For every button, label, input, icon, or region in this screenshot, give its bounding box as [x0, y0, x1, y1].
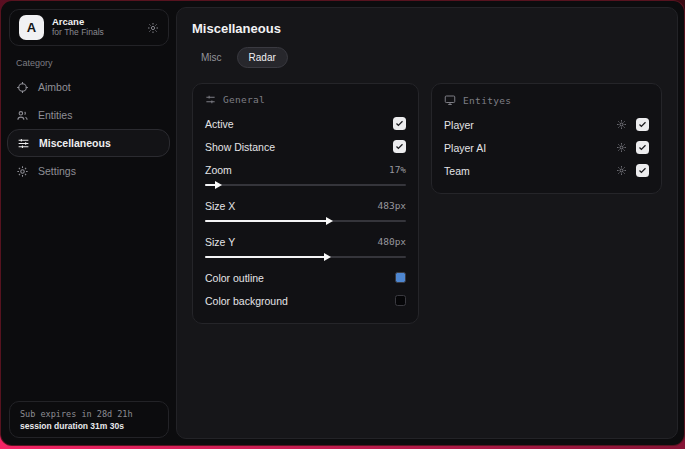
sidebar-item-miscellaneous[interactable]: Miscellaneous: [7, 129, 170, 157]
entity-row-team: Team: [444, 159, 649, 182]
zoom-value: 17%: [389, 164, 406, 175]
entities-icon: [16, 109, 29, 122]
zoom-slider[interactable]: [205, 181, 406, 189]
sidebar-item-label: Miscellaneous: [39, 137, 111, 149]
sliders-mini-icon: [205, 94, 216, 105]
active-checkbox[interactable]: [393, 117, 406, 130]
setting-row-zoom: Zoom 17%: [205, 158, 406, 181]
sidebar-item-settings[interactable]: Settings: [7, 157, 170, 185]
app-window: A Arcane for The Finals Category Aimbot: [0, 0, 685, 446]
setting-row-size-y: Size Y 480px: [205, 230, 406, 253]
show-distance-checkbox[interactable]: [393, 140, 406, 153]
page-title: Miscellaneous: [192, 21, 662, 36]
slider-thumb[interactable]: [326, 217, 333, 225]
color-background-swatch[interactable]: [395, 295, 406, 306]
slider-thumb[interactable]: [324, 253, 331, 261]
monitor-icon: [444, 94, 456, 106]
sidebar-item-label: Settings: [38, 165, 76, 177]
main-panel: Miscellaneous Misc Radar General Active: [176, 7, 678, 439]
setting-row-show-distance: Show Distance: [205, 135, 406, 158]
crosshair-icon: [16, 81, 29, 94]
gear-icon[interactable]: [616, 119, 627, 130]
app-subtitle: for The Finals: [52, 28, 139, 38]
gear-icon[interactable]: [616, 165, 627, 176]
card-title: General: [223, 94, 265, 105]
session-duration-text: session duration 31m 30s: [20, 421, 158, 431]
player-checkbox[interactable]: [636, 118, 649, 131]
size-x-slider[interactable]: [205, 217, 406, 225]
sliders-icon: [17, 137, 30, 150]
sidebar-nav: Aimbot Entities Miscellaneous Settings: [1, 73, 176, 185]
setting-row-active: Active: [205, 112, 406, 135]
sidebar-item-aimbot[interactable]: Aimbot: [7, 73, 170, 101]
general-card: General Active Show Distance Zoom: [192, 83, 419, 324]
setting-row-size-x: Size X 483px: [205, 194, 406, 217]
entities-card: Entityes Player Player AI: [431, 83, 662, 194]
setting-row-color-outline: Color outline: [205, 266, 406, 289]
tab-radar[interactable]: Radar: [237, 47, 288, 68]
size-y-slider[interactable]: [205, 253, 406, 261]
sidebar-item-entities[interactable]: Entities: [7, 101, 170, 129]
sub-expires-text: Sub expires in 28d 21h: [20, 409, 158, 419]
sidebar: A Arcane for The Finals Category Aimbot: [1, 1, 176, 445]
team-checkbox[interactable]: [636, 164, 649, 177]
size-y-value: 480px: [377, 236, 406, 247]
app-logo: A: [19, 15, 44, 40]
tab-misc[interactable]: Misc: [192, 47, 231, 68]
entity-row-player: Player: [444, 113, 649, 136]
slider-thumb[interactable]: [215, 181, 222, 189]
gear-icon[interactable]: [147, 22, 159, 34]
sidebar-item-label: Aimbot: [38, 81, 71, 93]
sidebar-item-label: Entities: [38, 109, 72, 121]
setting-row-color-background: Color background: [205, 289, 406, 312]
gear-icon[interactable]: [616, 142, 627, 153]
color-outline-swatch[interactable]: [395, 272, 406, 283]
tab-bar: Misc Radar: [192, 47, 662, 68]
card-title: Entityes: [463, 95, 511, 106]
player-ai-checkbox[interactable]: [636, 141, 649, 154]
entity-row-player-ai: Player AI: [444, 136, 649, 159]
size-x-value: 483px: [377, 200, 406, 211]
gear-icon: [16, 165, 29, 178]
category-label: Category: [16, 58, 53, 68]
app-logo-card: A Arcane for The Finals: [9, 9, 169, 46]
subscription-card: Sub expires in 28d 21h session duration …: [9, 401, 169, 438]
